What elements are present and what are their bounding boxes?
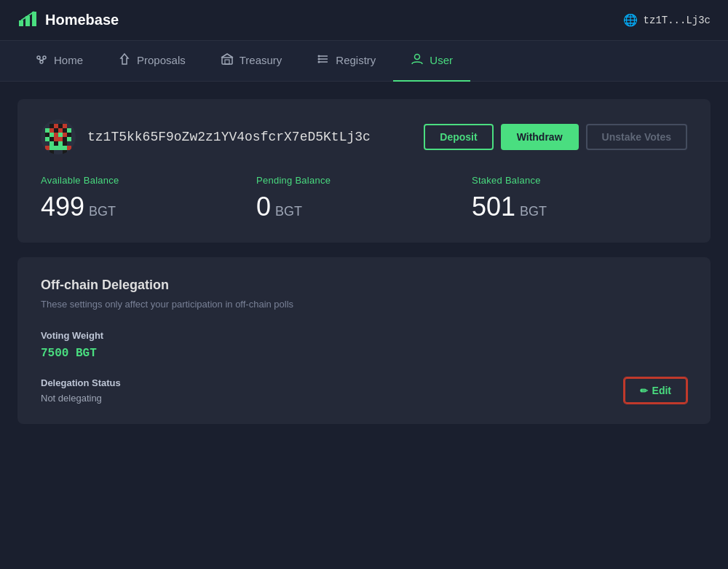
svg-rect-28 [67, 128, 71, 133]
proposals-icon [118, 52, 131, 68]
nav-item-proposals[interactable]: Proposals [100, 41, 203, 82]
svg-rect-0 [19, 20, 23, 26]
user-card: tz1T5kk65F9oZw2z1YV4osfcrX7eD5KtLj3c Dep… [17, 99, 711, 243]
svg-rect-42 [58, 141, 63, 146]
svg-rect-10 [225, 60, 229, 64]
delegation-status-left: Delegation Status Not delegating [41, 377, 121, 404]
svg-rect-19 [50, 124, 54, 128]
main-content: tz1T5kk65F9oZw2z1YV4osfcrX7eD5KtLj3c Dep… [0, 82, 728, 442]
pending-balance-label: Pending Balance [256, 175, 472, 186]
delegation-subtitle: These settings only affect your particip… [41, 299, 687, 310]
delegation-status-label: Delegation Status [41, 377, 121, 388]
pending-balance-value: 0BGT [256, 192, 472, 222]
svg-point-14 [318, 55, 320, 57]
svg-rect-35 [45, 137, 50, 141]
nav-bar: Home Proposals Treasury [0, 41, 728, 82]
svg-rect-44 [45, 146, 50, 150]
nav-registry-label: Registry [336, 54, 376, 66]
svg-rect-34 [67, 133, 71, 137]
voting-weight-label: Voting Weight [41, 330, 687, 341]
svg-rect-46 [58, 146, 67, 150]
svg-rect-45 [50, 146, 58, 150]
svg-rect-22 [63, 124, 67, 128]
top-bar: Homebase 🌐 tz1T...Lj3c [0, 0, 728, 41]
nav-item-user[interactable]: User [393, 41, 470, 82]
svg-rect-27 [63, 128, 67, 133]
withdraw-button[interactable]: Withdraw [501, 124, 579, 150]
nav-item-treasury[interactable]: Treasury [203, 41, 300, 82]
action-buttons: Deposit Withdraw Unstake Votes [424, 124, 687, 150]
svg-rect-48 [50, 150, 54, 154]
user-address: tz1T5kk65F9oZw2z1YV4osfcrX7eD5KtLj3c [87, 130, 412, 144]
svg-rect-26 [58, 128, 63, 133]
svg-rect-43 [63, 141, 67, 146]
svg-rect-31 [54, 133, 58, 137]
svg-line-7 [41, 59, 44, 60]
user-header: tz1T5kk65F9oZw2z1YV4osfcrX7eD5KtLj3c Dep… [41, 119, 687, 154]
svg-rect-23 [45, 128, 50, 133]
svg-rect-20 [54, 124, 58, 128]
nav-item-registry[interactable]: Registry [299, 41, 393, 82]
user-icon [411, 52, 424, 68]
svg-point-3 [37, 56, 40, 59]
wallet-address: tz1T...Lj3c [644, 15, 711, 26]
svg-rect-37 [54, 137, 63, 141]
logo-icon [17, 7, 38, 33]
svg-rect-9 [222, 58, 232, 64]
edit-icon: ✏ [640, 385, 648, 396]
delegation-status-value: Not delegating [41, 393, 121, 404]
available-balance-value: 499BGT [41, 192, 256, 222]
svg-rect-39 [67, 137, 71, 141]
available-balance-label: Available Balance [41, 175, 256, 186]
unstake-votes-button: Unstake Votes [586, 124, 687, 150]
edit-button-label: Edit [652, 385, 671, 396]
staked-balance: Staked Balance 501BGT [472, 175, 687, 222]
avatar [41, 119, 76, 154]
logo-area: Homebase [17, 7, 119, 33]
staked-balance-value: 501BGT [472, 192, 687, 222]
delegation-status-row: Delegation Status Not delegating ✏ Edit [41, 377, 687, 404]
svg-rect-36 [50, 137, 54, 141]
svg-rect-41 [54, 141, 58, 146]
svg-point-4 [43, 56, 46, 59]
nav-treasury-label: Treasury [240, 54, 282, 66]
svg-rect-25 [54, 128, 58, 133]
svg-rect-32 [58, 133, 63, 137]
edit-button[interactable]: ✏ Edit [624, 377, 687, 404]
svg-rect-2 [32, 12, 36, 26]
svg-rect-47 [67, 146, 71, 150]
delegation-card: Off-chain Delegation These settings only… [17, 257, 711, 424]
app-title: Homebase [45, 12, 119, 28]
svg-rect-21 [58, 124, 63, 128]
balance-grid: Available Balance 499BGT Pending Balance… [41, 175, 687, 222]
svg-rect-24 [50, 128, 54, 133]
globe-icon: 🌐 [623, 13, 638, 28]
svg-point-17 [415, 54, 420, 59]
svg-point-5 [40, 60, 43, 63]
pending-balance: Pending Balance 0BGT [256, 175, 472, 222]
svg-rect-40 [50, 141, 54, 146]
nav-user-label: User [430, 54, 453, 66]
voting-weight-value: 7500 BGT [41, 347, 687, 360]
nav-home-label: Home [54, 54, 83, 66]
svg-rect-33 [63, 133, 67, 137]
nav-item-home[interactable]: Home [17, 41, 100, 82]
svg-point-15 [318, 58, 320, 60]
staked-balance-label: Staked Balance [472, 175, 687, 186]
treasury-icon [221, 52, 234, 68]
svg-rect-29 [45, 133, 50, 137]
delegation-title: Off-chain Delegation [41, 278, 687, 293]
svg-rect-49 [63, 150, 67, 154]
wallet-area: 🌐 tz1T...Lj3c [623, 13, 711, 28]
deposit-button[interactable]: Deposit [424, 124, 493, 150]
svg-rect-30 [50, 133, 54, 137]
nav-proposals-label: Proposals [137, 54, 186, 66]
svg-rect-38 [63, 137, 67, 141]
available-balance: Available Balance 499BGT [41, 175, 256, 222]
home-icon [35, 52, 48, 68]
registry-icon [317, 52, 330, 68]
svg-line-6 [39, 59, 41, 60]
svg-point-16 [318, 60, 320, 63]
